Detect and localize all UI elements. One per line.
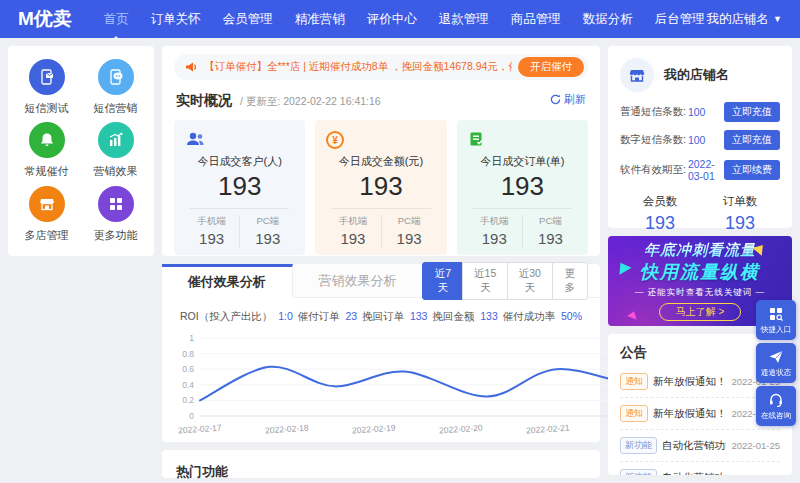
realtime-title: 实时概况 [176, 92, 232, 110]
notice-badge: 通知 [620, 373, 648, 390]
sidebar-item-2[interactable]: 常规催付 [12, 119, 81, 182]
range-button-3[interactable]: 更多 [552, 262, 588, 300]
metric-value: 193 [467, 171, 578, 202]
shop-quota-row-2: 软件有效期至:2022-03-01立即续费 [620, 158, 780, 182]
notice-item-title: 新年放假通知！！！ [653, 375, 726, 389]
top-navbar: M优卖 首页订单关怀会员管理精准营销评价中心退款管理商品管理数据分析后台管理 我… [0, 0, 800, 38]
grid-search-icon [768, 306, 784, 322]
sidebar-item-label: 短信营销 [94, 101, 138, 116]
stat-label: 催付成功率 [502, 310, 555, 322]
sidebar-item-3[interactable]: 营销效果 [81, 119, 150, 182]
sidebar-item-label: 常规催付 [25, 164, 69, 179]
nav-item-3[interactable]: 精准营销 [295, 11, 345, 28]
svg-text:¥: ¥ [333, 135, 339, 146]
metric-label: 今日成交金额(元) [325, 154, 436, 169]
metric-mobile-label: 手机端 [325, 215, 380, 228]
tab-marketing-analysis[interactable]: 营销效果分析 [293, 264, 424, 297]
shop-info-card: 我的店铺名 普通短信条数:100立即充值数字短信条数:100立即充值软件有效期至… [608, 46, 792, 228]
svg-text:0.4: 0.4 [182, 380, 194, 390]
svg-text:0.8: 0.8 [182, 349, 194, 359]
range-button-0[interactable]: 近7天 [422, 262, 463, 300]
sidebar-item-1[interactable]: 短信营销 [81, 56, 150, 119]
metric-mobile-value: 193 [184, 230, 239, 247]
phone-chat-icon [98, 59, 134, 95]
shop-stat-0: 会员数193 [620, 194, 700, 234]
sidebar-item-label: 多店管理 [25, 228, 69, 243]
float-button-1[interactable]: 通道状态 [756, 343, 796, 383]
svg-text:1: 1 [189, 333, 194, 343]
nav-item-8[interactable]: 后台管理 [655, 11, 705, 28]
metric-mobile: 手机端193 [467, 215, 523, 247]
quota-label: 数字短信条数: [620, 133, 686, 147]
dashboard-page: M优卖 首页订单关怀会员管理精准营销评价中心退款管理商品管理数据分析后台管理 我… [0, 0, 800, 483]
sidebar-item-label: 短信测试 [25, 101, 69, 116]
float-button-0[interactable]: 快捷入口 [756, 300, 796, 340]
shop-stat-value: 193 [700, 213, 780, 234]
start-reminder-button[interactable]: 开启催付 [518, 57, 584, 77]
metric-pc-label: PC端 [240, 215, 295, 228]
notice-item-3[interactable]: 新功能自动化营销功能上线2022-01-25 [620, 462, 780, 475]
recharge-button-0[interactable]: 立即充值 [724, 102, 780, 122]
quota-label: 普通短信条数: [620, 105, 686, 119]
bell-icon [29, 122, 65, 158]
notice-badge: 新功能 [620, 437, 657, 454]
realtime-header: 实时概况 / 更新至: 2022-02-22 16:41:16 刷新 [176, 92, 586, 110]
nav-item-7[interactable]: 数据分析 [583, 11, 633, 28]
banner-headline: 年底冲刺看流量 [644, 241, 756, 260]
svg-text:2022-02-21: 2022-02-21 [526, 422, 570, 435]
paper-plane-icon [768, 349, 784, 365]
storefront-icon [620, 58, 654, 92]
notice-item-title: 自动化营销功能上线 [662, 471, 726, 476]
account-menu[interactable]: 我的店铺名 ▼ [707, 11, 782, 28]
float-button-2[interactable]: 在线咨询 [756, 386, 796, 426]
float-button-label: 在线咨询 [761, 410, 791, 420]
metric-pc-label: PC端 [523, 215, 578, 228]
metric-pc: PC端193 [382, 215, 437, 247]
stat-value: 133 [480, 310, 498, 322]
quota-value: 100 [688, 106, 724, 118]
notice-badge: 新功能 [620, 469, 657, 475]
store-icon [29, 186, 65, 222]
metric-mobile-value: 193 [325, 230, 380, 247]
analysis-stat-4: 催付成功率50% [502, 310, 582, 324]
range-button-2[interactable]: 近30天 [507, 262, 553, 300]
svg-text:0: 0 [189, 411, 194, 421]
refresh-button[interactable]: 刷新 [550, 92, 586, 107]
notice-item-2[interactable]: 新功能自动化营销功能上线2022-01-25 [620, 430, 780, 462]
quick-actions-panel: 短信测试短信营销常规催付营销效果多店管理更多功能 [8, 46, 154, 256]
announcement-bar: 【订单催付】全***店 | 近期催付成功8单 ，挽回金额14678.94元，催付… [174, 54, 588, 80]
banner-learn-more-button[interactable]: 马上了解 > [659, 303, 742, 321]
sidebar-item-0[interactable]: 短信测试 [12, 56, 81, 119]
metric-mobile-label: 手机端 [184, 215, 239, 228]
yen-coin-icon: ¥ [325, 130, 436, 150]
headset-icon [768, 392, 784, 408]
app-logo[interactable]: M优卖 [18, 6, 72, 32]
stat-value: 50% [561, 310, 582, 322]
shop-quota-rows: 普通短信条数:100立即充值数字短信条数:100立即充值软件有效期至:2022-… [620, 102, 780, 182]
sidebar-item-4[interactable]: 多店管理 [12, 183, 81, 246]
metric-card-0: 今日成交客户(人)193手机端193PC端193 [174, 120, 305, 255]
nav-item-1[interactable]: 订单关怀 [151, 11, 201, 28]
chevron-down-icon: ▼ [773, 14, 782, 24]
metric-breakdown: 手机端193PC端193 [467, 215, 578, 247]
notice-item-title: 新年放假通知！！！ [653, 407, 726, 421]
sidebar-item-5[interactable]: 更多功能 [81, 183, 150, 246]
divider [473, 208, 572, 209]
metric-mobile-label: 手机端 [467, 215, 522, 228]
analysis-stat-1: 催付订单23 [298, 310, 358, 324]
nav-item-5[interactable]: 退款管理 [439, 11, 489, 28]
range-button-1[interactable]: 近15天 [462, 262, 508, 300]
nav-item-6[interactable]: 商品管理 [511, 11, 561, 28]
tab-reminder-analysis[interactable]: 催付效果分析 [162, 264, 293, 298]
svg-text:2022-02-19: 2022-02-19 [352, 422, 396, 435]
nav-item-4[interactable]: 评价中心 [367, 11, 417, 28]
main-nav: 首页订单关怀会员管理精准营销评价中心退款管理商品管理数据分析后台管理 [104, 11, 707, 28]
recharge-button-2[interactable]: 立即续费 [724, 160, 780, 180]
hot-functions-card: 热门功能 [162, 450, 600, 478]
recharge-button-1[interactable]: 立即充值 [724, 130, 780, 150]
nav-item-2[interactable]: 会员管理 [223, 11, 273, 28]
chart-up-icon [98, 122, 134, 158]
nav-item-0[interactable]: 首页 [104, 11, 129, 28]
metric-label: 今日成交客户(人) [184, 154, 295, 169]
realtime-overview-card: 【订单催付】全***店 | 近期催付成功8单 ，挽回金额14678.94元，催付… [162, 46, 600, 256]
